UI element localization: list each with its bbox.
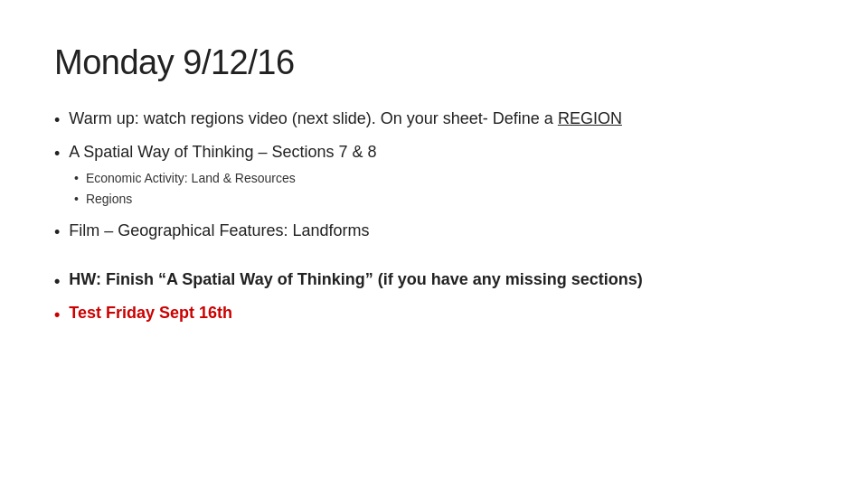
bullet-text-1: Warm up: watch regions video (next slide… [69, 108, 814, 130]
sub-bullet-item-2-1: • Economic Activity: Land & Resources [74, 169, 296, 188]
bullet-dot-5: • [54, 304, 60, 326]
bullet-text-3: Film – Geographical Features: Landforms [69, 220, 814, 242]
bullet-item-4: • HW: Finish “A Spatial Way of Thinking”… [54, 268, 814, 293]
content-area: • Warm up: watch regions video (next sli… [54, 108, 814, 335]
spacer-1 [54, 254, 814, 268]
sub-bullet-dot-2-2: • [74, 190, 79, 209]
bullet-dot-2: • [54, 143, 60, 165]
bullet-item-1: • Warm up: watch regions video (next sli… [54, 108, 814, 132]
bullet-1-text-before: Warm up: watch regions video (next slide… [69, 109, 558, 127]
slide-title: Monday 9/12/16 [54, 43, 814, 82]
bullet-text-4: HW: Finish “A Spatial Way of Thinking” (… [69, 268, 814, 291]
bullet-item-2: • A Spatial Way of Thinking – Sections 7… [54, 141, 814, 211]
slide: Monday 9/12/16 • Warm up: watch regions … [0, 0, 868, 488]
sub-bullet-dot-2-1: • [74, 169, 79, 188]
bullet-item-3: • Film – Geographical Features: Landform… [54, 220, 814, 244]
sub-bullet-text-2-1: Economic Activity: Land & Resources [86, 169, 296, 188]
bullet-item-5: • Test Friday Sept 16th [54, 302, 814, 326]
bullet-text-2: A Spatial Way of Thinking – Sections 7 &… [69, 141, 376, 164]
sub-bullets-2: • Economic Activity: Land & Resources • … [74, 169, 296, 211]
bullet-text-5: Test Friday Sept 16th [69, 302, 814, 324]
bullet-dot-3: • [54, 221, 60, 244]
bullet-dot-1: • [54, 109, 60, 132]
sub-bullet-item-2-2: • Regions [74, 190, 296, 209]
bullet-dot-4: • [54, 270, 60, 293]
bullet-1-text-underline: REGION [558, 109, 622, 127]
sub-bullet-text-2-2: Regions [86, 190, 132, 209]
